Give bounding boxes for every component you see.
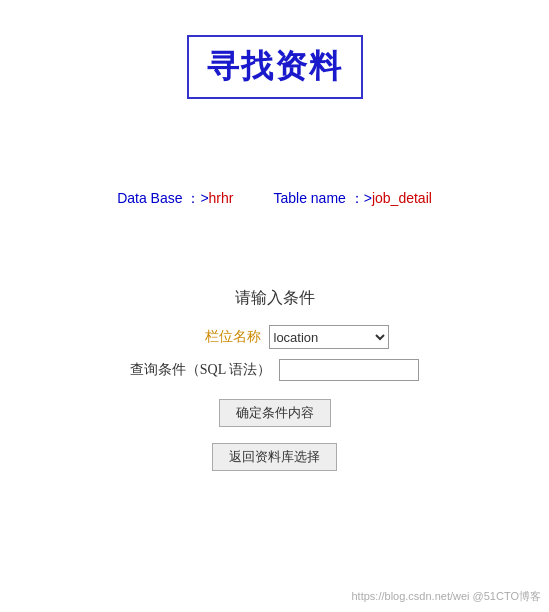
table-label: Table name ：> xyxy=(273,190,371,206)
database-info: Data Base ：>hrhr xyxy=(117,189,233,208)
condition-input[interactable] xyxy=(279,359,419,381)
database-value: hrhr xyxy=(209,190,234,206)
table-info: Table name ：>job_detail xyxy=(273,189,431,208)
field-select[interactable]: location job_id job_title min_salary max… xyxy=(269,325,389,349)
table-value: job_detail xyxy=(372,190,432,206)
database-label: Data Base ：> xyxy=(117,190,208,206)
back-button[interactable]: 返回资料库选择 xyxy=(212,443,337,471)
watermark: https://blog.csdn.net/wei @51CTO博客 xyxy=(352,589,542,604)
page-title: 寻找资料 xyxy=(207,48,343,84)
db-info: Data Base ：>hrhr Table name ：>job_detail xyxy=(0,189,549,208)
field-label: 栏位名称 xyxy=(161,328,261,346)
page-container: 寻找资料 Data Base ：>hrhr Table name ：>job_d… xyxy=(0,0,549,612)
confirm-button[interactable]: 确定条件内容 xyxy=(219,399,331,427)
condition-row: 查询条件（SQL 语法） xyxy=(130,359,419,381)
condition-label: 查询条件（SQL 语法） xyxy=(130,361,271,379)
form-section: 请输入条件 栏位名称 location job_id job_title min… xyxy=(0,288,549,471)
form-title: 请输入条件 xyxy=(235,288,315,309)
title-section: 寻找资料 xyxy=(0,0,549,99)
field-row: 栏位名称 location job_id job_title min_salar… xyxy=(161,325,389,349)
title-box: 寻找资料 xyxy=(187,35,363,99)
